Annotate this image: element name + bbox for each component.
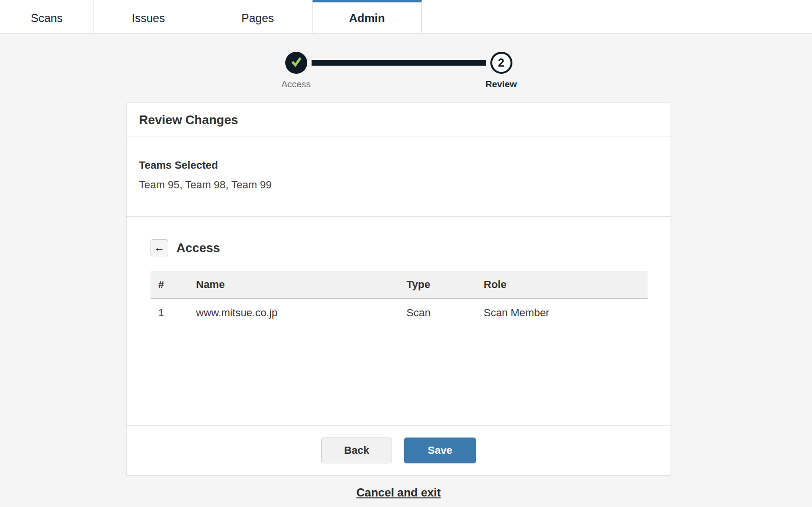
card-title: Review Changes bbox=[127, 103, 671, 137]
cell-name: www.mitsue.co.jp bbox=[188, 299, 399, 326]
teams-selected-heading: Teams Selected bbox=[139, 159, 671, 172]
step-review-number: 2 bbox=[498, 56, 504, 69]
tab-admin-label: Admin bbox=[349, 12, 385, 25]
tab-issues-label: Issues bbox=[132, 12, 165, 25]
access-section-title: Access bbox=[176, 241, 220, 255]
check-icon bbox=[289, 55, 303, 71]
table-row: 1 www.mitsue.co.jp Scan Scan Member bbox=[151, 299, 648, 326]
access-back-button[interactable]: ← bbox=[151, 239, 168, 256]
cell-type: Scan bbox=[399, 299, 476, 326]
access-table: # Name Type Role 1 www.mitsue.co.jp Scan… bbox=[151, 271, 648, 326]
stepper-connector-line bbox=[312, 60, 486, 66]
step-review-circle: 2 bbox=[490, 52, 512, 74]
save-button[interactable]: Save bbox=[404, 438, 476, 463]
back-button[interactable]: Back bbox=[321, 438, 392, 463]
review-changes-card: Review Changes Teams Selected Team 95, T… bbox=[126, 103, 671, 475]
tab-bar: Scans Issues Pages Admin bbox=[0, 0, 812, 34]
back-arrow-icon: ← bbox=[154, 242, 165, 253]
tab-pages[interactable]: Pages bbox=[203, 0, 313, 34]
step-access-label: Access bbox=[281, 79, 311, 90]
step-review: 2 Review bbox=[480, 52, 523, 90]
tab-pages-label: Pages bbox=[241, 12, 274, 25]
tab-admin[interactable]: Admin bbox=[313, 0, 422, 34]
tab-issues[interactable]: Issues bbox=[94, 0, 203, 34]
card-footer: Back Save bbox=[127, 425, 671, 475]
teams-selected-value: Team 95, Team 98, Team 99 bbox=[139, 179, 671, 191]
cell-row-number: 1 bbox=[151, 299, 188, 326]
cancel-and-exit-link[interactable]: Cancel and exit bbox=[356, 486, 441, 499]
step-review-label: Review bbox=[486, 79, 517, 90]
access-section: ← Access # Name Type Role 1 www.mitsue.c… bbox=[127, 217, 671, 426]
step-access: Access bbox=[275, 52, 318, 90]
wizard-stepper: Access 2 Review bbox=[126, 34, 671, 103]
teams-selected-section: Teams Selected Team 95, Team 98, Team 99 bbox=[127, 137, 671, 217]
column-header-role: Role bbox=[476, 271, 648, 299]
column-header-type: Type bbox=[399, 271, 476, 299]
tab-scans-label: Scans bbox=[31, 12, 63, 25]
cell-role: Scan Member bbox=[476, 299, 648, 326]
access-table-header-row: # Name Type Role bbox=[151, 271, 648, 299]
cancel-row: Cancel and exit bbox=[126, 486, 671, 499]
tab-scans[interactable]: Scans bbox=[0, 0, 94, 34]
step-access-circle bbox=[285, 52, 307, 74]
column-header-number: # bbox=[151, 271, 188, 299]
column-header-name: Name bbox=[188, 271, 399, 299]
